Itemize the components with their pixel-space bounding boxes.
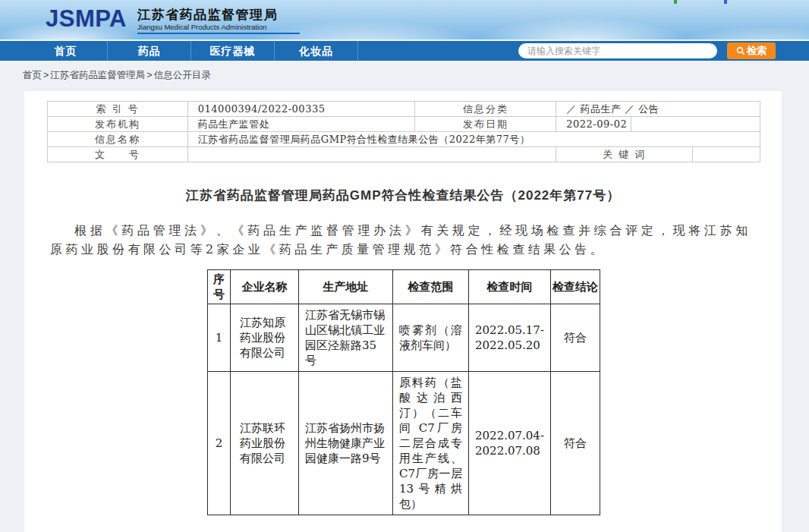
logo-underline (137, 33, 300, 34)
meta-row-agency: 发布机构 药品生产监管处 发布日期 2022-09-02 (48, 117, 760, 132)
artifact-dot-blue (724, 0, 727, 4)
nav-item-drugs[interactable]: 药品 (108, 41, 191, 61)
search-icon (736, 46, 745, 55)
breadcrumb: 首页>江苏省药品监督管理局>信息公开目录 (0, 61, 809, 88)
table-row: 2 江苏联环药业股份有限公司 江苏省扬州市扬州生物健康产业园健康一路9号 原料药… (208, 372, 600, 515)
meta-docno-label: 文 号 (48, 147, 188, 162)
main-nav: 首页 药品 医疗器械 化妆品 检索 (0, 41, 809, 61)
meta-index-label: 索 引 号 (48, 102, 188, 117)
site-header: JSMPA 江苏省药品监督管理局 Jiangsu Medical Product… (0, 0, 809, 41)
header-scope: 检查范围 (393, 270, 469, 304)
header-conclusion: 检查结论 (550, 270, 600, 304)
meta-agency-label: 发布机构 (48, 117, 188, 132)
meta-category-label: 信息分类 (415, 102, 556, 117)
cell-company: 江苏知原药业股份有限公司 (231, 304, 299, 372)
meta-docno-value (188, 147, 556, 162)
header-company: 企业名称 (231, 270, 299, 304)
org-name-cn: 江苏省药品监督管理局 (137, 8, 300, 22)
meta-keyword-value (693, 147, 760, 162)
meta-row-name: 信息名称 江苏省药品监督管理局药品GMP符合性检查结果公告（2022年第77号） (48, 132, 760, 147)
breadcrumb-home[interactable]: 首页 (23, 70, 42, 80)
site-logo[interactable]: JSMPA 江苏省药品监督管理局 Jiangsu Medical Product… (46, 5, 300, 34)
cell-time: 2022.05.17-2022.05.20 (469, 304, 551, 372)
document-meta-table: 索 引 号 014000394/2022-00335 信息分类 ／ 药品生产 ／… (47, 101, 760, 162)
breadcrumb-separator: > (146, 70, 152, 80)
org-name-block: 江苏省药品监督管理局 Jiangsu Medical Products Admi… (137, 5, 300, 34)
table-row: 1 江苏知原药业股份有限公司 江苏省无锡市锡山区锡北镇工业园区泾新路35号 喷雾… (208, 304, 600, 372)
cell-address: 江苏省无锡市锡山区锡北镇工业园区泾新路35号 (299, 304, 393, 372)
header-address: 生产地址 (299, 270, 393, 304)
meta-name-label: 信息名称 (48, 132, 188, 147)
nav-item-cosmetics[interactable]: 化妆品 (275, 41, 358, 61)
nav-item-home[interactable]: 首页 (24, 41, 108, 61)
result-table-header-row: 序号 企业名称 生产地址 检查范围 检查时间 检查结论 (208, 270, 600, 304)
org-name-en: Jiangsu Medical Products Administration (137, 23, 300, 31)
header-time: 检查时间 (469, 270, 551, 304)
cell-time: 2022.07.04-2022.07.08 (469, 372, 551, 515)
cell-scope: 喷雾剂（溶液剂车间） (393, 304, 469, 372)
cell-scope: 原料药（盐酸达泊西汀）（二车间 C7厂房二层合成专用生产线、C7厂房一层13号精… (393, 372, 469, 515)
meta-row-docno: 文 号 关 键 词 (48, 147, 760, 162)
nav-item-medical-devices[interactable]: 医疗器械 (191, 41, 275, 61)
header-no: 序号 (208, 270, 231, 304)
content-card: 索 引 号 014000394/2022-00335 信息分类 ／ 药品生产 ／… (24, 91, 782, 532)
cell-no: 2 (208, 372, 231, 515)
announcement-title: 江苏省药品监督管理局药品GMP符合性检查结果公告（2022年第77号） (24, 187, 782, 204)
artifact-dot-green (674, 0, 677, 4)
cell-conclusion: 符合 (550, 304, 600, 372)
meta-index-value: 014000394/2022-00335 (188, 102, 416, 117)
search-button[interactable]: 检索 (727, 42, 776, 59)
cell-company: 江苏联环药业股份有限公司 (231, 372, 299, 515)
announcement-body: 根据《药品管理法》、《药品生产监督管理办法》有关规定，经现场检查并综合评定，现将… (50, 221, 751, 259)
logo-text: JSMPA (46, 5, 127, 33)
breadcrumb-org[interactable]: 江苏省药品监督管理局 (50, 70, 145, 80)
meta-date-value: 2022-09-02 (556, 117, 631, 132)
meta-date-label: 发布日期 (415, 117, 556, 132)
search-input[interactable] (518, 43, 717, 58)
meta-keyword-label: 关 键 词 (556, 147, 693, 162)
meta-category-value: ／ 药品生产 ／ 公告 (556, 102, 760, 117)
inspection-result-table: 序号 企业名称 生产地址 检查范围 检查时间 检查结论 1 江苏知原药业股份有限… (207, 269, 600, 515)
cell-conclusion: 符合 (550, 372, 600, 515)
meta-agency-value: 药品生产监管处 (188, 117, 416, 132)
cell-no: 1 (208, 304, 231, 372)
meta-name-value: 江苏省药品监督管理局药品GMP符合性检查结果公告（2022年第77号） (188, 132, 760, 147)
search-button-label: 检索 (747, 44, 767, 58)
breadcrumb-info-directory[interactable]: 信息公开目录 (154, 70, 211, 80)
cell-address: 江苏省扬州市扬州生物健康产业园健康一路9号 (299, 372, 393, 515)
meta-row-index: 索 引 号 014000394/2022-00335 信息分类 ／ 药品生产 ／… (48, 102, 760, 117)
meta-empty-cell (631, 117, 760, 132)
breadcrumb-separator: > (43, 70, 49, 80)
